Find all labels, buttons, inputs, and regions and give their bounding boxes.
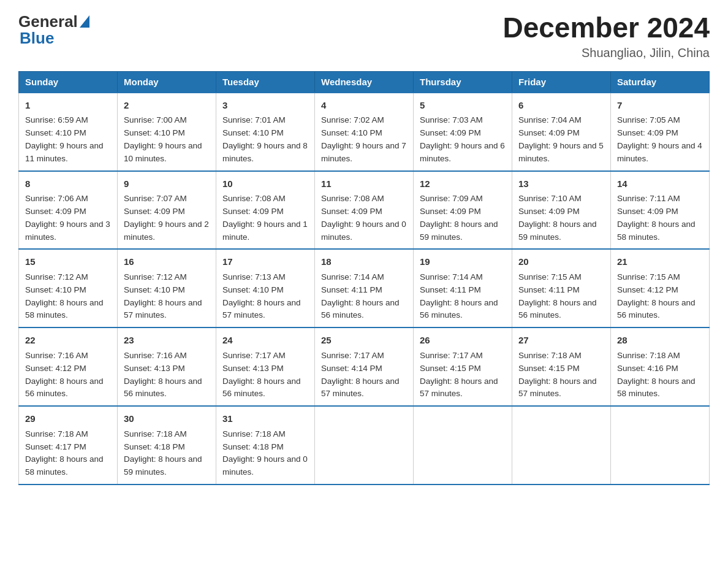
daylight-text: Daylight: 8 hours and 58 minutes.	[25, 298, 104, 320]
day-number: 25	[321, 333, 407, 347]
day-cell-1: 1Sunrise: 6:59 AMSunset: 4:10 PMDaylight…	[19, 93, 118, 171]
sunrise-text: Sunrise: 7:18 AM	[25, 429, 88, 439]
empty-cell	[414, 406, 512, 484]
day-number: 5	[420, 98, 506, 112]
daylight-text: Daylight: 9 hours and 4 minutes.	[617, 141, 702, 163]
sunrise-text: Sunrise: 7:18 AM	[222, 429, 286, 439]
sunset-text: Sunset: 4:10 PM	[25, 128, 86, 137]
sunrise-text: Sunrise: 7:06 AM	[25, 194, 88, 203]
day-number: 4	[321, 98, 407, 112]
day-cell-31: 31Sunrise: 7:18 AMSunset: 4:18 PMDayligh…	[216, 406, 315, 484]
sunset-text: Sunset: 4:15 PM	[420, 364, 481, 373]
daylight-text: Daylight: 8 hours and 56 minutes.	[617, 298, 696, 320]
day-number: 15	[25, 255, 111, 269]
sunrise-text: Sunrise: 7:13 AM	[222, 272, 286, 282]
day-cell-12: 12Sunrise: 7:09 AMSunset: 4:09 PMDayligh…	[414, 171, 512, 250]
sunrise-text: Sunrise: 7:12 AM	[25, 272, 88, 282]
calendar-subtitle: Shuangliao, Jilin, China	[502, 46, 710, 60]
day-cell-15: 15Sunrise: 7:12 AMSunset: 4:10 PMDayligh…	[19, 249, 118, 327]
sunset-text: Sunset: 4:17 PM	[25, 442, 86, 451]
sunset-text: Sunset: 4:12 PM	[617, 285, 678, 294]
sunrise-text: Sunrise: 7:14 AM	[321, 272, 384, 282]
day-cell-7: 7Sunrise: 7:05 AMSunset: 4:09 PMDaylight…	[611, 93, 710, 171]
sunset-text: Sunset: 4:09 PM	[124, 207, 185, 216]
day-cell-2: 2Sunrise: 7:00 AMSunset: 4:10 PMDaylight…	[118, 93, 216, 171]
day-number: 1	[25, 98, 111, 112]
daylight-text: Daylight: 8 hours and 56 minutes.	[321, 298, 400, 320]
day-number: 23	[124, 333, 210, 347]
day-number: 31	[222, 412, 308, 426]
daylight-text: Daylight: 9 hours and 3 minutes.	[25, 220, 110, 242]
sunset-text: Sunset: 4:10 PM	[222, 285, 284, 294]
empty-cell	[512, 406, 611, 484]
daylight-text: Daylight: 8 hours and 59 minutes.	[124, 454, 202, 477]
day-header-friday: Friday	[512, 71, 611, 93]
calendar-table: SundayMondayTuesdayWednesdayThursdayFrid…	[18, 71, 710, 486]
sunset-text: Sunset: 4:11 PM	[321, 285, 382, 294]
sunset-text: Sunset: 4:10 PM	[124, 285, 185, 294]
sunrise-text: Sunrise: 7:09 AM	[420, 194, 483, 203]
day-cell-28: 28Sunrise: 7:18 AMSunset: 4:16 PMDayligh…	[611, 327, 710, 406]
sunrise-text: Sunrise: 7:18 AM	[617, 351, 680, 360]
page-header: General Blue December 2024 Shuangliao, J…	[18, 12, 710, 60]
sunset-text: Sunset: 4:09 PM	[222, 207, 284, 216]
sunset-text: Sunset: 4:18 PM	[222, 442, 284, 451]
day-number: 7	[617, 98, 703, 112]
daylight-text: Daylight: 9 hours and 0 minutes.	[321, 220, 406, 242]
sunrise-text: Sunrise: 7:16 AM	[124, 351, 187, 360]
daylight-text: Daylight: 9 hours and 11 minutes.	[25, 141, 104, 163]
daylight-text: Daylight: 9 hours and 8 minutes.	[222, 141, 308, 163]
daylight-text: Daylight: 8 hours and 57 minutes.	[420, 377, 498, 399]
sunrise-text: Sunrise: 7:18 AM	[124, 429, 187, 439]
day-cell-8: 8Sunrise: 7:06 AMSunset: 4:09 PMDaylight…	[19, 171, 118, 250]
daylight-text: Daylight: 8 hours and 57 minutes.	[321, 377, 400, 399]
sunrise-text: Sunrise: 7:07 AM	[124, 194, 187, 203]
sunset-text: Sunset: 4:11 PM	[420, 285, 481, 294]
day-cell-21: 21Sunrise: 7:15 AMSunset: 4:12 PMDayligh…	[611, 249, 710, 327]
day-cell-11: 11Sunrise: 7:08 AMSunset: 4:09 PMDayligh…	[315, 171, 414, 250]
sunrise-text: Sunrise: 7:11 AM	[617, 194, 680, 203]
sunset-text: Sunset: 4:10 PM	[124, 128, 185, 137]
day-number: 2	[124, 98, 210, 112]
sunset-text: Sunset: 4:14 PM	[321, 364, 382, 373]
daylight-text: Daylight: 8 hours and 58 minutes.	[617, 220, 696, 242]
daylight-text: Daylight: 8 hours and 58 minutes.	[617, 377, 696, 399]
day-number: 30	[124, 412, 210, 426]
day-number: 18	[321, 255, 407, 269]
week-row-2: 8Sunrise: 7:06 AMSunset: 4:09 PMDaylight…	[19, 171, 710, 250]
sunrise-text: Sunrise: 7:02 AM	[321, 115, 384, 124]
sunset-text: Sunset: 4:13 PM	[124, 364, 185, 373]
daylight-text: Daylight: 8 hours and 57 minutes.	[124, 298, 202, 320]
sunset-text: Sunset: 4:09 PM	[617, 128, 678, 137]
sunset-text: Sunset: 4:09 PM	[321, 207, 382, 216]
sunrise-text: Sunrise: 7:15 AM	[617, 272, 680, 282]
day-number: 29	[25, 412, 111, 426]
daylight-text: Daylight: 8 hours and 56 minutes.	[420, 298, 498, 320]
sunrise-text: Sunrise: 7:01 AM	[222, 115, 286, 124]
day-cell-26: 26Sunrise: 7:17 AMSunset: 4:15 PMDayligh…	[414, 327, 512, 406]
logo-triangle-icon	[80, 15, 89, 28]
sunset-text: Sunset: 4:09 PM	[617, 207, 678, 216]
day-header-wednesday: Wednesday	[315, 71, 414, 93]
empty-cell	[315, 406, 414, 484]
day-cell-17: 17Sunrise: 7:13 AMSunset: 4:10 PMDayligh…	[216, 249, 315, 327]
day-number: 8	[25, 177, 111, 191]
logo: General Blue	[18, 12, 89, 48]
sunrise-text: Sunrise: 7:17 AM	[321, 351, 384, 360]
sunrise-text: Sunrise: 6:59 AM	[25, 115, 88, 124]
day-number: 26	[420, 333, 506, 347]
sunset-text: Sunset: 4:09 PM	[420, 207, 481, 216]
sunset-text: Sunset: 4:09 PM	[420, 128, 481, 137]
week-row-4: 22Sunrise: 7:16 AMSunset: 4:12 PMDayligh…	[19, 327, 710, 406]
day-cell-6: 6Sunrise: 7:04 AMSunset: 4:09 PMDaylight…	[512, 93, 611, 171]
day-cell-25: 25Sunrise: 7:17 AMSunset: 4:14 PMDayligh…	[315, 327, 414, 406]
sunset-text: Sunset: 4:11 PM	[518, 285, 580, 294]
sunrise-text: Sunrise: 7:08 AM	[222, 194, 286, 203]
sunset-text: Sunset: 4:10 PM	[25, 285, 86, 294]
calendar-title-section: December 2024 Shuangliao, Jilin, China	[502, 12, 710, 60]
day-header-thursday: Thursday	[414, 71, 512, 93]
day-number: 10	[222, 177, 308, 191]
sunrise-text: Sunrise: 7:00 AM	[124, 115, 187, 124]
week-row-3: 15Sunrise: 7:12 AMSunset: 4:10 PMDayligh…	[19, 249, 710, 327]
daylight-text: Daylight: 9 hours and 5 minutes.	[518, 141, 604, 163]
